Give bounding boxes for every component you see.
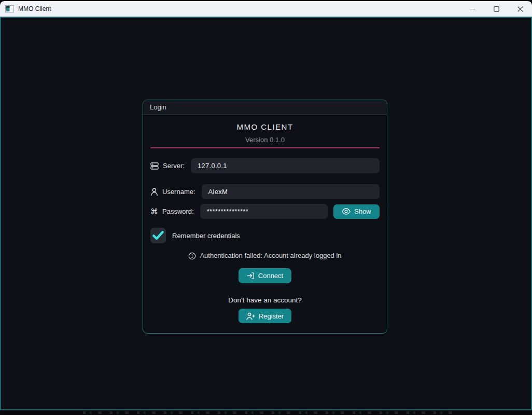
command-icon: ⌘	[150, 208, 158, 215]
remember-checkbox[interactable]	[150, 228, 166, 243]
username-label-group: Username:	[150, 188, 195, 196]
checkmark-icon	[152, 231, 164, 240]
user-plus-icon	[246, 312, 255, 320]
error-message: Authentication failed: Account already l…	[200, 252, 341, 260]
user-icon	[150, 188, 158, 196]
username-row: Username:	[150, 184, 380, 199]
show-button-label: Show	[354, 208, 371, 215]
server-row: Server:	[150, 158, 380, 173]
close-icon	[517, 6, 523, 12]
password-input[interactable]	[200, 204, 328, 219]
login-panel: Login MMO CLIENT Version 0.1.0	[143, 100, 387, 334]
close-button[interactable]	[508, 1, 532, 17]
server-label-group: Server:	[150, 162, 185, 170]
maximize-icon	[494, 6, 499, 12]
show-password-button[interactable]: Show	[333, 204, 380, 219]
app-window-icon	[5, 5, 14, 12]
eye-icon	[342, 208, 351, 215]
window-controls	[460, 1, 532, 17]
window-title: MMO Client	[18, 5, 51, 12]
login-panel-title: Login	[150, 103, 166, 111]
username-label: Username:	[162, 188, 195, 196]
login-panel-header: Login	[143, 100, 387, 115]
alert-circle-icon	[188, 252, 196, 260]
login-arrow-icon	[247, 272, 255, 280]
connect-button[interactable]: Connect	[239, 268, 291, 283]
server-label: Server:	[163, 162, 185, 170]
password-label: Password:	[162, 208, 194, 215]
remember-row: Remember credentials	[150, 228, 380, 243]
titlebar: MMO Client	[0, 1, 532, 17]
app-title: MMO CLIENT	[143, 122, 387, 132]
server-icon	[150, 162, 159, 170]
connect-button-label: Connect	[258, 272, 283, 280]
register-button-label: Register	[259, 312, 284, 320]
password-label-group: ⌘ Password:	[150, 208, 194, 215]
desktop-background-noise	[83, 411, 456, 414]
minimize-button[interactable]	[460, 1, 484, 17]
minimize-icon	[470, 6, 475, 12]
version-label: Version 0.1.0	[143, 136, 387, 144]
error-message-row: Authentication failed: Account already l…	[143, 252, 387, 260]
desktop-background	[0, 410, 532, 415]
username-input[interactable]	[202, 184, 380, 199]
register-prompt: Don't have an account?	[143, 296, 387, 305]
remember-label: Remember credentials	[172, 232, 240, 240]
app-window: MMO Client Login	[0, 1, 532, 410]
register-button[interactable]: Register	[239, 309, 291, 323]
window-content: Login MMO CLIENT Version 0.1.0	[0, 17, 532, 410]
server-input[interactable]	[191, 158, 380, 173]
maximize-button[interactable]	[484, 1, 508, 17]
password-row: ⌘ Password: Show	[150, 204, 380, 219]
pink-divider	[150, 147, 380, 148]
